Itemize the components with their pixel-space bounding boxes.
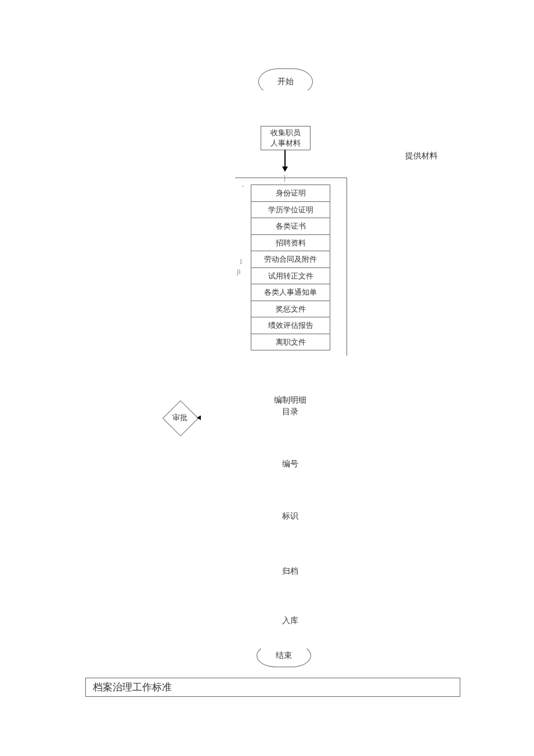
footer-title: 档案治理工作标准 — [85, 678, 460, 697]
list-item: 各类人事通知单 — [251, 284, 330, 301]
step-catalog: 编制明细 目录 — [267, 395, 313, 417]
arrow-into-diamond — [197, 415, 201, 420]
material-list: 身份证明 学历学位证明 各类证书 招聘资料 劳动合同及附件 试用转正文件 各类人… — [251, 185, 330, 350]
approve-decision: 审批 — [163, 406, 197, 429]
arrow-line-1 — [284, 150, 286, 167]
collect-line2: 人事材料 — [270, 138, 301, 149]
collect-process: 收集职员 人事材料 — [261, 126, 311, 150]
mark-bracket: ] — [283, 174, 286, 183]
start-label: 开始 — [277, 77, 294, 87]
list-item: 招聘资料 — [251, 235, 330, 252]
step-storage: 入库 — [274, 615, 306, 627]
collect-line1: 收集职员 — [270, 128, 301, 138]
arrow-head-1 — [282, 167, 288, 172]
approve-label: 审批 — [163, 406, 197, 429]
mark-ji: ji — [237, 267, 241, 276]
footer-label: 档案治理工作标准 — [93, 682, 172, 693]
step-number: 编号 — [274, 458, 306, 470]
list-item: 身份证明 — [251, 185, 330, 202]
catalog-line1: 编制明细 — [267, 395, 313, 406]
provide-label: 提供材料 — [405, 151, 438, 161]
list-item: 学历学位证明 — [251, 202, 330, 219]
step-archive: 归档 — [274, 566, 306, 577]
catalog-line2: 目录 — [267, 406, 313, 418]
mark-one: 1 — [239, 258, 243, 266]
list-item: 各类证书 — [251, 218, 330, 235]
list-item: 奖惩文件 — [251, 301, 330, 318]
list-item: 劳动合同及附件 — [251, 251, 330, 268]
end-terminal: 结束 — [257, 644, 311, 667]
step-mark: 标识 — [274, 511, 306, 522]
start-terminal: 开始 — [258, 68, 313, 95]
mark-dot: 。 — [241, 179, 248, 189]
end-label: 结束 — [276, 650, 292, 661]
list-item: 试用转正文件 — [251, 268, 330, 285]
list-item: 离职文件 — [251, 334, 330, 350]
list-item: 绩效评估报告 — [251, 317, 330, 334]
